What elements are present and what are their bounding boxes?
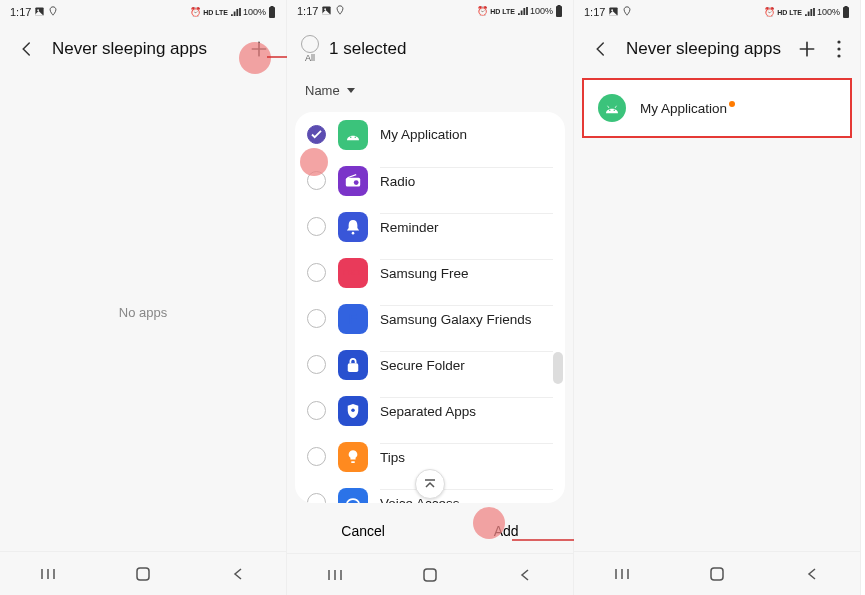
- app-checkbox[interactable]: [307, 125, 326, 144]
- app-checkbox[interactable]: [307, 217, 326, 236]
- sort-label: Name: [305, 83, 340, 98]
- svg-point-27: [837, 47, 840, 50]
- add-button[interactable]: [246, 36, 272, 62]
- svg-rect-16: [348, 363, 359, 372]
- app-name: My Application: [640, 101, 735, 116]
- add-button[interactable]: Add: [494, 523, 519, 539]
- scroll-handle[interactable]: [553, 352, 563, 384]
- android-icon: [338, 120, 368, 150]
- alarm-icon: ⏰: [190, 7, 201, 17]
- svg-point-30: [614, 110, 616, 112]
- free-icon: FREE: [338, 258, 368, 288]
- app-checkbox[interactable]: [307, 447, 326, 466]
- app-name: My Application: [380, 127, 553, 142]
- notification-dot: [729, 101, 735, 107]
- scroll-to-top-button[interactable]: [415, 469, 445, 499]
- sort-dropdown[interactable]: Name: [287, 75, 573, 106]
- select-all-label: All: [305, 53, 315, 63]
- status-time: 1:17: [10, 6, 31, 18]
- app-checkbox[interactable]: [307, 171, 326, 190]
- selected-count: 1 selected: [329, 39, 407, 59]
- svg-point-13: [354, 180, 359, 185]
- svg-point-28: [837, 54, 840, 57]
- svg-rect-4: [137, 568, 149, 580]
- navigation-bar: [0, 551, 286, 595]
- app-row[interactable]: F Samsung Galaxy Friends: [295, 296, 565, 342]
- app-checkbox[interactable]: [307, 263, 326, 282]
- recents-button[interactable]: [326, 566, 344, 584]
- hd-indicator: HD: [777, 9, 787, 16]
- app-checkbox[interactable]: [307, 355, 326, 374]
- status-time: 1:17: [584, 6, 605, 18]
- more-options-icon[interactable]: [832, 36, 846, 62]
- app-row[interactable]: Separated Apps: [295, 388, 565, 434]
- app-row[interactable]: My Application: [295, 112, 565, 158]
- lte-indicator: LTE: [789, 9, 802, 16]
- svg-line-14: [347, 174, 356, 177]
- back-button[interactable]: [803, 565, 821, 583]
- bell-icon: [338, 212, 368, 242]
- svg-rect-33: [711, 568, 723, 580]
- app-name: Reminder: [380, 220, 553, 235]
- app-row[interactable]: Reminder: [295, 204, 565, 250]
- battery-icon: [268, 6, 276, 18]
- svg-rect-8: [556, 6, 562, 17]
- lock-icon: [338, 350, 368, 380]
- hd-indicator: HD: [490, 8, 500, 15]
- svg-rect-24: [843, 7, 849, 18]
- status-bar: 1:17 ⏰ HD LTE 100%: [574, 0, 860, 24]
- header: Never sleeping apps: [0, 24, 286, 74]
- location-icon: [335, 5, 345, 17]
- svg-rect-20: [424, 569, 436, 581]
- back-button[interactable]: [229, 565, 247, 583]
- back-button[interactable]: [516, 566, 534, 584]
- add-button[interactable]: [794, 36, 820, 62]
- gallery-icon: [608, 6, 619, 19]
- svg-point-26: [837, 40, 840, 43]
- recents-button[interactable]: [613, 565, 631, 583]
- cancel-button[interactable]: Cancel: [341, 523, 385, 539]
- app-row[interactable]: FREE Samsung Free: [295, 250, 565, 296]
- home-button[interactable]: [134, 565, 152, 583]
- svg-rect-3: [271, 6, 274, 8]
- navigation-bar: [574, 551, 860, 595]
- status-bar: 1:17 ⏰ HD LTE 100%: [287, 0, 573, 23]
- home-button[interactable]: [708, 565, 726, 583]
- battery-icon: [842, 6, 850, 18]
- app-checkbox[interactable]: [307, 309, 326, 328]
- home-button[interactable]: [421, 566, 439, 584]
- page-title: Never sleeping apps: [52, 39, 234, 59]
- app-list: My Application Radio Reminder FREE Samsu…: [295, 112, 565, 504]
- app-name: Tips: [380, 450, 553, 465]
- battery-icon: [555, 5, 563, 17]
- svg-point-1: [38, 9, 40, 11]
- screen-result: 1:17 ⏰ HD LTE 100% Never sleeping apps: [574, 0, 861, 595]
- svg-point-11: [355, 136, 357, 138]
- app-entry[interactable]: My Application: [582, 78, 852, 138]
- shield-icon: [338, 396, 368, 426]
- signal-icon: [517, 7, 528, 16]
- svg-point-15: [352, 232, 355, 235]
- svg-point-7: [325, 8, 327, 10]
- voice-icon: [338, 488, 368, 504]
- screen-empty-list: 1:17 ⏰ HD LTE 100% Never sleeping apps: [0, 0, 287, 595]
- selection-header: All 1 selected: [287, 23, 573, 75]
- app-name: Voice Access: [380, 496, 553, 504]
- lte-indicator: LTE: [215, 9, 228, 16]
- app-name: Samsung Galaxy Friends: [380, 312, 553, 327]
- select-all-checkbox[interactable]: All: [301, 35, 319, 63]
- app-checkbox[interactable]: [307, 493, 326, 503]
- svg-line-32: [615, 106, 617, 108]
- recents-button[interactable]: [39, 565, 57, 583]
- app-checkbox[interactable]: [307, 401, 326, 420]
- back-icon[interactable]: [588, 36, 614, 62]
- f-icon: F: [338, 304, 368, 334]
- app-row[interactable]: Secure Folder: [295, 342, 565, 388]
- battery-percent: 100%: [817, 7, 840, 17]
- app-row[interactable]: Radio: [295, 158, 565, 204]
- empty-message: No apps: [0, 74, 286, 551]
- back-icon[interactable]: [14, 36, 40, 62]
- navigation-bar: [287, 553, 573, 595]
- svg-point-23: [612, 9, 614, 11]
- status-bar: 1:17 ⏰ HD LTE 100%: [0, 0, 286, 24]
